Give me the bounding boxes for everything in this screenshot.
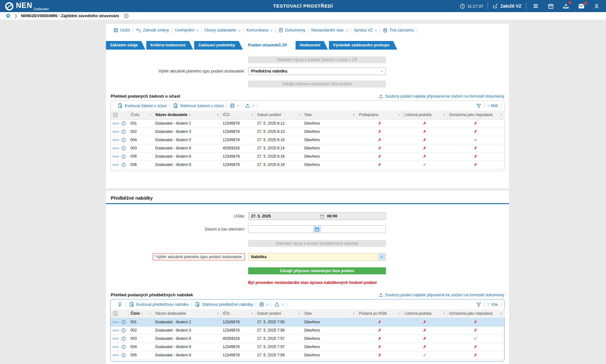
tab-v-sledek-zad-vac-ho-postupu[interactable]: Výsledek zadávacího postupu (329, 41, 397, 50)
row-menu-icon[interactable] (113, 156, 119, 157)
toolbar-item-komunikace[interactable]: Komunikace▽ (243, 28, 275, 32)
column-header-ozna-ena-jako-nepodan[interactable]: Označena jako nepodaná▽ (447, 111, 504, 119)
table-row[interactable]: 001Dodavatel - školení 21234567827. 5. 2… (111, 318, 504, 326)
column-settings-header[interactable] (111, 309, 129, 318)
user-icon[interactable] (592, 3, 602, 10)
column-header-podan-po-lh-t[interactable]: Podaná po lhůtě▽ (357, 309, 402, 318)
toolbar-item-ulo-it[interactable]: Uložit (110, 28, 133, 33)
messages-icon[interactable] (576, 3, 587, 10)
table-row[interactable]: 002Dodavatel - školení 31234567827. 5. 2… (111, 326, 504, 334)
table-row[interactable]: 006Dodavatel - školení 81234567827. 5. 2… (111, 161, 504, 169)
column-filter-icon[interactable]: ▽ (443, 312, 445, 315)
tab-zad-vac-podm-nky[interactable]: Zadávací podmínky (194, 41, 243, 50)
column-filter-icon[interactable]: ▽ (353, 113, 355, 116)
row-menu-icon[interactable] (113, 354, 119, 356)
view-selector[interactable]: ▽ Vše (484, 302, 501, 307)
row-menu-icon[interactable] (113, 346, 119, 348)
tab-z-kladn-daje[interactable]: Základní údaje (106, 41, 145, 50)
breadcrumb-item[interactable]: N006/25/V00004995 - Zajištění závodního … (21, 14, 119, 18)
view-selector[interactable]: ▽ MW (484, 104, 501, 108)
start-next-phase-button[interactable]: Zahájit přípravu následující fáze podání (248, 80, 386, 87)
create-vz-button[interactable]: Založit VZ (492, 3, 521, 9)
column-filter-icon[interactable]: ▽ (500, 113, 502, 116)
filter-button[interactable] (473, 302, 484, 307)
info-icon[interactable] (121, 146, 126, 151)
toolbar-item-spr-va-vz[interactable]: Správa VZ▽ (351, 28, 380, 32)
filter-button[interactable] (473, 103, 484, 108)
opening-datetime-input[interactable] (251, 227, 315, 232)
submission-type-select[interactable]: Předběžná nabídka (248, 67, 386, 75)
column-header-n-zev-dodavatele[interactable]: Název dodavatele▽ (153, 309, 221, 318)
download-requests-button[interactable]: Stáhnout žádosti o účast (170, 103, 226, 108)
column-filter-icon[interactable]: ▽ (251, 312, 253, 315)
column-header-datum-pod-n[interactable]: Datum podání▽ (255, 111, 302, 119)
column-filter-icon[interactable]: ▽ (149, 113, 151, 116)
column-filter-icon[interactable]: ▽ (251, 113, 253, 116)
info-icon[interactable] (121, 129, 126, 134)
column-filter-icon[interactable]: ▽ (443, 113, 445, 116)
home-icon[interactable] (5, 13, 11, 18)
row-menu-icon[interactable] (113, 330, 119, 331)
column-header-i-o[interactable]: IČO▽ (221, 111, 255, 119)
info-icon[interactable] (121, 320, 126, 325)
info-icon[interactable] (121, 138, 126, 142)
row-menu-icon[interactable] (113, 338, 119, 340)
column-filter-icon[interactable]: ▽ (298, 113, 300, 116)
offers-files-link[interactable]: Soubory podání najdete připravené ke sta… (379, 292, 504, 297)
row-menu-icon[interactable] (113, 148, 119, 149)
column-header-n-zev-dodavatele[interactable]: Název dodavatele↑▽ (153, 111, 221, 119)
toolbar-item-uve-ejn-n[interactable]: Uveřejnění▽ (172, 28, 201, 32)
send-participation-request-button[interactable]: Odeslání výzvy k podání žádosti o účast … (248, 56, 386, 63)
downloads-icon[interactable] (561, 2, 571, 10)
row-menu-icon[interactable] (113, 139, 119, 141)
column-filter-icon[interactable]: ▽ (353, 312, 355, 315)
requests-files-link[interactable]: Soubory podání najdete připravené ke sta… (379, 94, 504, 99)
column-header-listinn-podoba[interactable]: Listinná podoba▽ (402, 309, 447, 318)
column-filter-icon[interactable]: ▽ (217, 312, 219, 315)
column-settings-header[interactable] (111, 111, 129, 119)
export-table-button[interactable]: ▽ (242, 103, 257, 108)
print-table-button[interactable]: ▽ (256, 302, 271, 307)
info-icon[interactable] (121, 353, 126, 358)
info-icon[interactable] (121, 336, 126, 341)
table-row[interactable]: 004Dodavatel - školení 51234567827. 5. 2… (111, 136, 504, 144)
toolbar-item-nestandardn-stav[interactable]: Nestandardní stav▽ (309, 28, 351, 32)
column-header-i-o[interactable]: IČO▽ (221, 309, 255, 318)
start-next-phase-green-button[interactable]: Zahájit přípravu následující fáze podání (248, 267, 386, 274)
info-icon[interactable] (121, 154, 126, 159)
tab-pod-n-astn-k-zp[interactable]: Podání účastníků ZP (244, 41, 295, 50)
send-prelim-offers-request-button[interactable]: Odeslání výzvy k podání předběžných nabí… (248, 240, 386, 247)
table-row[interactable]: 001Dodavatel - školení 21234567827. 5. 2… (111, 119, 504, 127)
table-row[interactable]: 003Dodavatel - školení 64535932627. 5. 2… (111, 144, 504, 152)
table-row[interactable]: 004Dodavatel - školení 81234567827. 5. 2… (111, 343, 504, 351)
info-icon[interactable] (121, 162, 126, 167)
column-filter-icon[interactable]: ▽ (217, 113, 219, 116)
table-row[interactable]: 003Dodavatel - školení 64535932627. 5. 2… (111, 334, 504, 343)
register-prelim-offer-button[interactable]: Evidovat předběžnou nabídku (126, 302, 192, 307)
download-prelim-offers-button[interactable]: Stáhnout předběžné nabídky (192, 302, 256, 307)
toolbar-item-tisk-z-znamu[interactable]: Tisk záznamu (380, 28, 417, 33)
calendar-icon[interactable] (546, 3, 556, 10)
row-menu-icon[interactable] (113, 321, 119, 323)
evaluate-offer-button[interactable] (115, 302, 126, 307)
tab-krit-ria-hodnocen[interactable]: Kritéria hodnocení (146, 41, 193, 50)
column-filter-icon[interactable]: ▽ (500, 312, 502, 315)
menu-icon[interactable] (531, 2, 541, 10)
tab-hodnocen[interactable]: Hodnocení (296, 41, 328, 50)
prelim-submission-type-select[interactable]: Nabídka (248, 253, 386, 261)
row-menu-icon[interactable] (113, 164, 119, 166)
register-request-button[interactable]: Evidovat žádost o účast (115, 103, 170, 108)
column-header-slo[interactable]: Číslo↑▽ (129, 309, 153, 318)
toolbar-item-dokumenty[interactable]: Dokumenty (275, 28, 308, 33)
table-row[interactable]: 002Dodavatel - školení 31234567827. 5. 2… (111, 127, 504, 136)
row-menu-icon[interactable] (113, 131, 119, 133)
column-filter-icon[interactable]: ▽ (298, 312, 300, 315)
column-header-listinn-podoba[interactable]: Listinná podoba▽ (402, 111, 447, 119)
column-header-stav[interactable]: Stav▽ (302, 309, 357, 318)
export-table-button[interactable]: ▽ (271, 302, 286, 307)
column-filter-icon[interactable]: ▽ (149, 312, 151, 315)
info-icon[interactable] (121, 121, 126, 126)
print-table-button[interactable]: ▽ (227, 103, 242, 108)
row-menu-icon[interactable] (113, 123, 119, 124)
toolbar-item-kony-zadavatele[interactable]: Úkony zadavatele▽ (202, 28, 243, 32)
